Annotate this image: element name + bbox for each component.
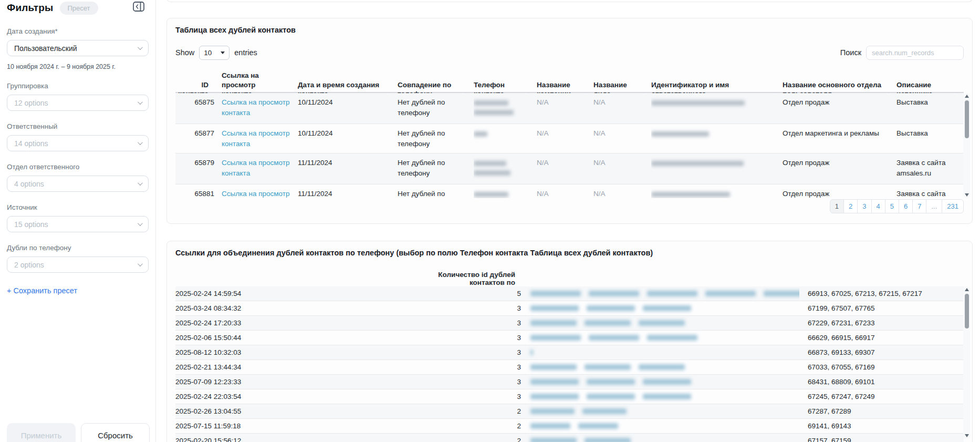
duplicate-ids-cell: 67033, 67055, 67169 <box>799 360 964 374</box>
filter-label: Источник <box>7 203 149 211</box>
department-cell: Отдел продаж <box>783 184 896 198</box>
contact-phone-cell <box>474 124 537 153</box>
filter-select[interactable]: Пользовательский <box>7 40 149 56</box>
company-cell: N/A <box>537 124 593 153</box>
main-content: Таблица всех дублей контактов Show 10 en… <box>156 0 980 442</box>
scroll-thumb[interactable] <box>965 294 969 328</box>
filter-select[interactable]: 2 options <box>7 256 149 273</box>
page-size-select[interactable]: 10 <box>199 46 230 60</box>
duplicate-count-cell: 5 <box>438 286 522 301</box>
redacted-links <box>530 348 799 355</box>
duplicate-ids-cell: 69141, 69143 <box>799 419 964 433</box>
merge-link-cell <box>522 345 799 359</box>
responsible-cell <box>651 184 783 198</box>
filters-title: Фильтры <box>7 2 54 14</box>
duplicate-count-cell: 2 <box>438 419 522 433</box>
chevron-down-icon <box>138 99 143 105</box>
redacted-links <box>530 319 799 326</box>
table1-header-row: ID контактаСсылка на просмотр контактаДа… <box>175 68 964 93</box>
duplicate-ids-cell: 66873, 69133, 69307 <box>799 345 964 359</box>
redacted-text <box>651 97 776 106</box>
contact-view-link[interactable]: Ссылка на просмотр контакта <box>222 93 298 124</box>
last-contact-date-cell: 2025-02-20 15:56:12 <box>175 434 438 442</box>
table-row: 65881Ссылка на просмотр контакта11/11/20… <box>175 184 964 198</box>
filter-select[interactable]: 14 options <box>7 135 149 151</box>
scroll-up-arrow[interactable] <box>963 93 970 99</box>
merge-link-cell <box>522 360 799 374</box>
filter-select[interactable]: 12 options <box>7 95 149 111</box>
scroll-down-arrow[interactable] <box>963 192 970 198</box>
table-row: 2025-02-21 13:44:34367033, 67055, 67169 <box>175 360 964 375</box>
filter-label: Дубли по телефону <box>7 244 149 252</box>
phone-match-cell: Нет дублей по телефону <box>398 93 474 124</box>
filter-select[interactable]: 4 options <box>7 176 149 192</box>
filter-select[interactable]: 15 options <box>7 216 149 232</box>
pagination-page[interactable]: 2 <box>843 199 858 213</box>
filter-label: Отдел ответственного <box>7 163 149 171</box>
last-contact-date-cell: 2025-02-24 17:20:33 <box>175 316 438 330</box>
merge-link-cell <box>522 286 799 301</box>
redacted-text <box>474 158 530 176</box>
filter-select-value: Пользовательский <box>14 44 77 53</box>
filter-group: Дата создания*Пользовательский10 ноября … <box>7 27 149 70</box>
save-preset-link[interactable]: + Сохранить пресет <box>7 286 77 295</box>
contact-view-link[interactable]: Ссылка на просмотр контакта <box>222 124 298 153</box>
scroll-up-arrow[interactable] <box>963 286 970 293</box>
reset-button[interactable]: Сбросить <box>81 423 150 442</box>
table-row: 2025-03-24 08:34:32367199, 67507, 67765 <box>175 301 964 316</box>
source-cell: Заявка с сайта amsales.ru <box>896 153 964 184</box>
table1-controls: Show 10 entries Поиск <box>175 45 964 60</box>
table2-scrollbar[interactable] <box>963 286 970 439</box>
responsible-cell <box>651 124 783 153</box>
merge-link-cell <box>522 375 799 389</box>
merge-link-cell <box>522 331 799 345</box>
table-row: 65879Ссылка на просмотр контакта11/11/20… <box>175 153 964 184</box>
redacted-text <box>474 97 530 115</box>
contact-view-link[interactable]: Ссылка на просмотр контакта <box>222 153 298 184</box>
last-contact-date-cell: 2025-08-12 10:32:03 <box>175 345 438 359</box>
panel-collapse-icon <box>133 2 144 12</box>
redacted-links <box>530 363 799 370</box>
table1-body: 65875Ссылка на просмотр контакта10/11/20… <box>175 93 964 198</box>
contact-id-cell: 65879 <box>175 153 222 184</box>
filter-select-value: 14 options <box>14 139 48 148</box>
created-date-cell: 11/11/2024 <box>298 153 398 184</box>
pagination-page[interactable]: 6 <box>899 199 913 213</box>
department-cell: Отдел маркетинга и рекламы <box>783 124 896 153</box>
filter-group: Отдел ответственного4 options <box>7 163 149 192</box>
source-cell: Заявка с сайта amsales.ru <box>896 184 964 198</box>
duplicate-ids-cell: 67287, 67289 <box>799 404 964 418</box>
table-row: 2025-02-20 15:56:12267157, 67159 <box>175 434 964 442</box>
merge-link-cell <box>522 316 799 330</box>
pagination-ellipsis[interactable]: ... <box>926 199 942 213</box>
pagination-page[interactable]: 5 <box>885 199 899 213</box>
show-label: Show <box>175 48 194 57</box>
last-contact-date-cell: 2025-02-06 15:50:44 <box>175 331 438 345</box>
chevron-down-icon <box>138 180 143 186</box>
scroll-thumb[interactable] <box>965 100 969 138</box>
table-row: 2025-07-09 12:23:33368431, 68809, 69101 <box>175 375 964 389</box>
responsible-cell <box>651 93 783 124</box>
pagination-page[interactable]: 3 <box>857 199 871 213</box>
scroll-down-arrow[interactable] <box>963 433 970 439</box>
pagination-page[interactable]: 4 <box>871 199 885 213</box>
sidebar-collapse-button[interactable] <box>132 1 145 14</box>
pagination-page[interactable]: 1 <box>830 199 844 213</box>
pagination-page[interactable]: 7 <box>912 199 926 213</box>
search-input[interactable] <box>866 46 964 60</box>
pagination-page[interactable]: 231 <box>942 199 964 213</box>
merge-link-cell <box>522 389 799 404</box>
table1-title: Таблица всех дублей контактов <box>175 26 296 34</box>
search-group: Поиск <box>840 46 964 60</box>
contact-id-cell: 65875 <box>175 93 222 124</box>
contact-view-link[interactable]: Ссылка на просмотр контакта <box>222 184 298 198</box>
redacted-links <box>530 378 799 385</box>
chevron-down-icon <box>138 45 143 50</box>
filter-label: Дата создания* <box>7 27 149 35</box>
entries-label: entries <box>234 48 257 57</box>
merge-links-table-card: Ссылки для объединения дублей контактов … <box>166 241 973 442</box>
redacted-text <box>651 158 776 166</box>
duplicates-table-card: Таблица всех дублей контактов Show 10 en… <box>166 18 973 224</box>
apply-button[interactable]: Применить <box>7 423 76 442</box>
table1-scrollbar[interactable] <box>963 93 970 198</box>
